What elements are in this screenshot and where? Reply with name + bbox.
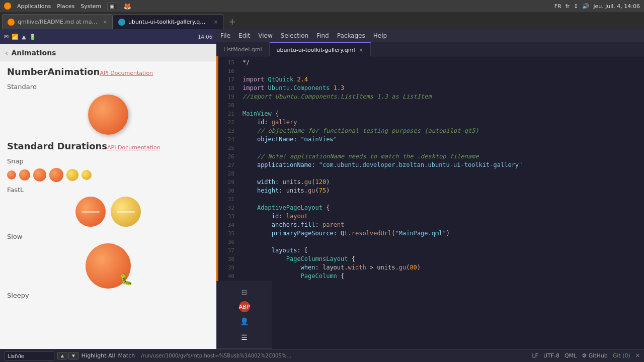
github-status[interactable]: ⚙ GitHub [582, 352, 607, 359]
tab-label-1: ubuntu-ui-toolkit-gallery.qml — /run/use… [128, 19, 209, 25]
phone-panel: ✉ 📶 ▲ 🔋 14:06 ‹ Animations NumberAnimati… [0, 29, 216, 349]
firefox-icon[interactable]: 🦊 [123, 3, 131, 10]
wifi-icon: ▲ [22, 34, 26, 40]
menu-icon[interactable]: ☰ [237, 330, 252, 344]
split-view-icon[interactable]: ⊟ [237, 285, 252, 299]
phone-status-bar: ✉ 📶 ▲ 🔋 14:06 [0, 29, 216, 44]
battery-icon: 🔋 [29, 34, 36, 40]
editor-tab-close[interactable]: × [359, 47, 363, 53]
snap-ball-6 [82, 170, 92, 180]
system-bar: Applications Places System ▣ 🦊 FR fr ↕ 🔊… [0, 0, 644, 12]
main-content: ✉ 📶 ▲ 🔋 14:06 ‹ Animations NumberAnimati… [0, 29, 644, 349]
snap-balls-row [7, 168, 209, 182]
system-bar-right: FR fr ↕ 🔊 jeu. juil. 4, 14:06 [554, 3, 640, 10]
network-icon: ↕ [574, 3, 578, 10]
subsection-slow: Slow [7, 233, 209, 240]
tab-close-0[interactable]: × [103, 19, 107, 25]
encoding-status[interactable]: UTF-8 [543, 352, 559, 359]
user-icon[interactable]: 👤 [237, 314, 252, 328]
menu-selection[interactable]: Selection [281, 32, 308, 39]
right-panel-icons: ⊟ ABP 👤 ☰ [217, 281, 272, 348]
subsection-fast: FastL [7, 186, 209, 194]
section-header-durations: Standard Durations API Documentation [7, 141, 209, 153]
fast-balls-row [7, 197, 209, 227]
sleepy-section: Sleepy [7, 292, 209, 299]
back-button[interactable]: ‹ [5, 48, 8, 58]
search-input[interactable] [4, 351, 54, 360]
slow-ball: 🐛 [86, 243, 131, 289]
status-close-button[interactable]: ✕ [635, 352, 640, 359]
code-content[interactable]: */ import QtQuick 2.4 import Ubuntu.Comp… [238, 56, 644, 281]
fast-ball-yellow [111, 197, 141, 227]
highlight-all-button[interactable]: Highlight All [82, 352, 115, 359]
app-menu-icon [4, 3, 11, 10]
snap-ball-5 [66, 169, 78, 181]
fast-ball-line-2 [117, 211, 135, 213]
snap-ball-2 [19, 169, 30, 180]
status-bar: ▲ ▼ Highlight All Match /run/user/1000/g… [0, 349, 644, 362]
code-area[interactable]: 1516171819 2021222324 2526272829 3031323… [216, 56, 644, 281]
signal-icon: 📶 [12, 34, 19, 40]
editor-tab-gallery[interactable]: ubuntu-ui-toolkit-gallery.qml × [270, 42, 371, 56]
fast-ball-line-1 [82, 211, 100, 213]
adblock-icon[interactable]: ABP [239, 301, 250, 312]
standard-durations-section: Standard Durations API Documentation Sna… [7, 141, 209, 289]
browser-tab-0[interactable]: qmllive/README.md at master · lduboeuf/q… [2, 14, 113, 29]
phone-content[interactable]: NumberAnimation API Documentation Standa… [0, 61, 216, 349]
menu-packages[interactable]: Packages [337, 32, 365, 39]
language-indicator[interactable]: FR [554, 3, 561, 10]
menu-find[interactable]: Find [316, 32, 329, 39]
terminal-icon[interactable]: ▣ [107, 3, 117, 10]
search-nav-arrows: ▲ ▼ [57, 352, 78, 359]
section-header-number: NumberAnimation API Documentation [7, 66, 209, 79]
line-ending-status[interactable]: LF [532, 352, 538, 359]
fast-ball-orange [75, 197, 106, 227]
editor-tabs-bar: ListModel.qml ubuntu-ui-toolkit-gallery.… [216, 42, 644, 56]
browser-tab-1[interactable]: ubuntu-ui-toolkit-gallery.qml — /run/use… [113, 14, 223, 29]
snap-ball-1 [7, 170, 16, 179]
section-title-durations: Standard Durations [7, 141, 107, 151]
line-numbers: 1516171819 2021222324 2526272829 3031323… [218, 56, 238, 281]
git-status[interactable]: Git (0) [613, 352, 630, 359]
minimap [217, 348, 272, 349]
number-animation-section: NumberAnimation API Documentation Standa… [7, 66, 209, 135]
menu-view[interactable]: View [258, 32, 272, 39]
nav-title: Animations [11, 49, 56, 57]
language-status[interactable]: QML [565, 352, 577, 359]
status-right: LF UTF-8 QML ⚙ GitHub Git (0) ✕ [532, 352, 640, 359]
system-menu[interactable]: System [80, 3, 101, 10]
language-sub: fr [566, 3, 570, 10]
right-panel: ⊟ ABP 👤 ☰ [216, 281, 272, 349]
phone-nav-bar: ‹ Animations [0, 44, 216, 61]
tab-label-0: qmllive/README.md at master · lduboeuf/q… [18, 19, 98, 25]
editor-tab-listmodel[interactable]: ListModel.qml [216, 42, 270, 56]
tab-favicon-1 [118, 19, 125, 26]
api-link-durations[interactable]: API Documentation [107, 144, 160, 151]
search-next-button[interactable]: ▼ [68, 352, 78, 359]
tab-close-1[interactable]: × [214, 19, 218, 25]
phone-time: 14:06 [198, 34, 212, 40]
slow-ball-container: 🐛 [7, 243, 209, 289]
browser-tabs-bar: qmllive/README.md at master · lduboeuf/q… [0, 12, 644, 29]
search-prev-button[interactable]: ▲ [57, 352, 67, 359]
editor-tab-listmodel-label: ListModel.qml [223, 46, 262, 53]
section-title-number: NumberAnimation [7, 66, 100, 77]
new-tab-button[interactable]: + [225, 14, 239, 29]
standard-ball [88, 95, 128, 135]
menu-edit[interactable]: Edit [238, 32, 250, 39]
sleepy-label: Sleepy [7, 292, 209, 299]
applications-menu[interactable]: Applications [17, 3, 51, 10]
subsection-standard: Standard [7, 83, 209, 90]
subsection-snap: Snap [7, 157, 209, 165]
match-case-button[interactable]: Match [118, 352, 135, 359]
editor-menu-bar: File Edit View Selection Find Packages H… [216, 29, 644, 42]
editor-panel: File Edit View Selection Find Packages H… [216, 29, 644, 349]
volume-icon: 🔊 [582, 3, 589, 10]
menu-file[interactable]: File [220, 32, 230, 39]
email-icon: ✉ [4, 34, 9, 40]
snap-ball-4 [49, 168, 63, 182]
menu-help[interactable]: Help [373, 32, 387, 39]
file-path: /run/user/1000/gvfs/mtp:host=%5Busb%3A00… [141, 353, 292, 358]
places-menu[interactable]: Places [57, 3, 74, 10]
api-link-number[interactable]: API Documentation [100, 70, 153, 76]
